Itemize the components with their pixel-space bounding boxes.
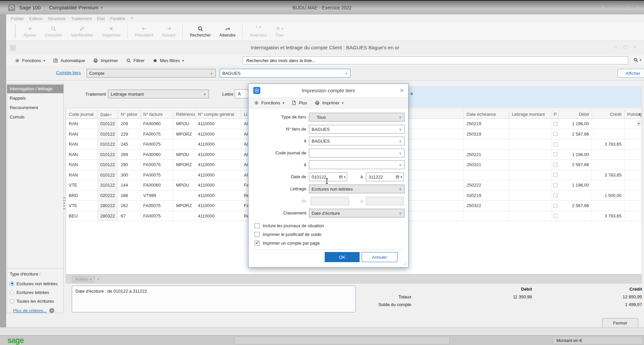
mes-filtres-menu[interactable]: Mes filtres▾ <box>153 58 184 63</box>
ok-button[interactable]: OK <box>325 252 360 262</box>
pointage-checkbox[interactable] <box>553 183 557 187</box>
bottom-strip <box>0 327 644 335</box>
goto-button[interactable]: Atteindre <box>215 26 240 38</box>
pane-splitter-handle[interactable] <box>63 197 65 209</box>
pointage-checkbox[interactable] <box>553 142 557 146</box>
search-button[interactable]: Rechercher <box>185 26 215 38</box>
cell: RAN <box>66 129 98 139</box>
chevron-down-icon: ∨ <box>399 211 401 215</box>
classement-select[interactable]: Date d'écriture∨ <box>309 209 405 217</box>
cell: 3 783,65 <box>592 211 625 221</box>
dialog-title: Impression compte tiers <box>249 84 408 97</box>
col-pointage-p[interactable]: P <box>552 110 559 118</box>
calendar-icon[interactable] <box>395 175 399 179</box>
dialog-plus-button[interactable]: Plus <box>291 100 307 105</box>
plus-criteres-link[interactable]: Plus de critères... <box>13 308 47 313</box>
doc-close-icon[interactable]: × <box>633 44 636 49</box>
col-piece[interactable]: N° pièce <box>118 110 141 118</box>
checkbox-journaux-situation[interactable]: Inclure les journaux de situation <box>255 222 324 229</box>
dialog-fonctions-menu[interactable]: Fonctions▾ <box>254 100 284 105</box>
col-reference[interactable]: Référence <box>173 110 195 118</box>
col-debit[interactable]: Débit <box>559 110 592 118</box>
sort-list-icon: ▾ <box>276 26 283 32</box>
pointage-checkbox[interactable] <box>553 132 557 136</box>
clear-criteria-icon[interactable]: × <box>49 308 54 313</box>
caret-down-icon[interactable]: ▾ <box>344 175 345 179</box>
main-toolbar: Ajouter Consulter Voir/Modifier Supprime… <box>6 22 644 41</box>
cell: 245 <box>118 139 141 149</box>
sidebar-item-recouvrement[interactable]: Recouvrement <box>7 103 63 112</box>
col-lettrage-montant[interactable]: Lettrage montant <box>509 110 552 118</box>
annuler-button[interactable]: Annuler <box>362 252 397 262</box>
imprimer-button[interactable]: Imprimer <box>93 58 118 63</box>
search-options[interactable]: ▾ <box>633 57 641 62</box>
add-button: Ajouter <box>19 26 41 38</box>
pointage-checkbox[interactable] <box>553 193 557 197</box>
actions-bar: Actions▾ ‹ <box>66 275 642 284</box>
arrow-right-icon <box>166 26 172 32</box>
dialog-imprimer-menu[interactable]: Imprimer▾ <box>315 100 343 105</box>
help-icon[interactable]: ? <box>602 5 604 10</box>
plus-icon <box>27 26 33 32</box>
radio-ecritures-non-lettrees[interactable]: Ecritures non lettrées <box>10 279 63 288</box>
pointage-checkbox[interactable] <box>553 173 557 177</box>
collapse-chevron-icon[interactable]: ‹ <box>98 276 99 281</box>
chevron-down-icon: ∨ <box>399 139 401 143</box>
automatique-button[interactable]: Automatique <box>53 58 85 63</box>
fermer-button[interactable]: Fermer <box>602 318 638 328</box>
col-date-echeance[interactable]: Date échéance <box>464 110 509 118</box>
tiers-to-select[interactable]: BAGUES∨ <box>309 137 405 145</box>
column-options-icon[interactable]: › <box>639 111 641 116</box>
sidebar-item-rappels[interactable]: Rappels <box>7 94 63 103</box>
pointage-checkbox[interactable] <box>553 204 557 208</box>
col-facture[interactable]: N° facture <box>141 110 173 118</box>
sidebar-item-cumuls[interactable]: Cumuls <box>7 113 63 121</box>
pointage-checkbox[interactable] <box>553 163 557 167</box>
account-type-select[interactable]: Compte∨ <box>87 69 216 78</box>
sort-button: ▾ Trier <box>271 26 288 38</box>
filtrer-button[interactable]: Filtrer <box>126 58 145 63</box>
sidebar-item-interrogation-lettrage[interactable]: Interrogation / lettrage <box>7 85 63 93</box>
calendar-icon[interactable] <box>339 175 343 179</box>
type-de-tiers-select[interactable]: Tous∨ <box>309 113 405 121</box>
minimize-icon[interactable]: – <box>618 5 621 10</box>
cell <box>509 170 552 180</box>
cell: 2 587,66 <box>559 129 592 139</box>
close-icon[interactable]: × <box>636 5 639 10</box>
lettrage-select[interactable]: Ecritures non lettrées∨ <box>309 185 405 193</box>
pointage-checkbox[interactable] <box>553 214 557 218</box>
traitement-select[interactable]: Lettrage montant∨ <box>108 90 209 98</box>
radio-ecritures-lettrees[interactable]: Ecritures lettrées <box>10 288 63 297</box>
cell: MPOU <box>173 180 195 190</box>
date-to-input[interactable]: 311222 ▾ <box>366 172 404 181</box>
search-input[interactable] <box>243 56 628 64</box>
cell: 010122 <box>98 139 118 149</box>
doc-maximize-icon[interactable]: ▢ <box>623 44 627 49</box>
cell <box>625 129 642 139</box>
account-number-select[interactable]: BAGUES∨ <box>220 69 351 78</box>
col-date[interactable]: Date▴ <box>98 110 118 118</box>
resize-grip[interactable] <box>403 262 407 265</box>
chevron-down-icon: ∨ <box>399 187 401 191</box>
dialog-titlebar[interactable]: Impression compte tiers × <box>249 84 408 97</box>
journal-to-select[interactable]: ∨ <box>309 160 405 169</box>
tiers-from-select[interactable]: BAGUES∨ <box>309 125 405 134</box>
pointage-checkbox[interactable] <box>553 122 557 126</box>
dialog-close-icon[interactable]: × <box>400 86 404 94</box>
maximize-icon[interactable]: ▢ <box>626 5 630 10</box>
doc-minimize-icon[interactable]: – <box>615 44 617 49</box>
checkbox-compte-par-page[interactable]: Imprimer un compte par page <box>255 240 320 246</box>
afficher-button[interactable]: Afficher <box>618 69 644 78</box>
caret-down-icon[interactable]: ▾ <box>400 175 402 179</box>
col-credit[interactable]: Crédit <box>592 110 625 118</box>
user-icon[interactable]: ○ <box>610 5 612 10</box>
radio-toutes-ecritures[interactable]: Toutes les écritures <box>10 297 63 305</box>
checkbox-justificatif-solde[interactable]: Imprimer le justificatif de solde <box>255 231 321 238</box>
cell: FA00060 <box>141 180 173 190</box>
journal-from-select[interactable]: ∨ <box>309 149 405 157</box>
col-compte-general[interactable]: N° compte général <box>195 110 241 118</box>
fonctions-menu[interactable]: Fonctions▾ <box>15 58 45 63</box>
col-code-journal[interactable]: Code journal <box>66 110 98 118</box>
compte-tiers-link[interactable]: Compte tiers <box>56 70 81 75</box>
pointage-checkbox[interactable] <box>553 152 557 156</box>
